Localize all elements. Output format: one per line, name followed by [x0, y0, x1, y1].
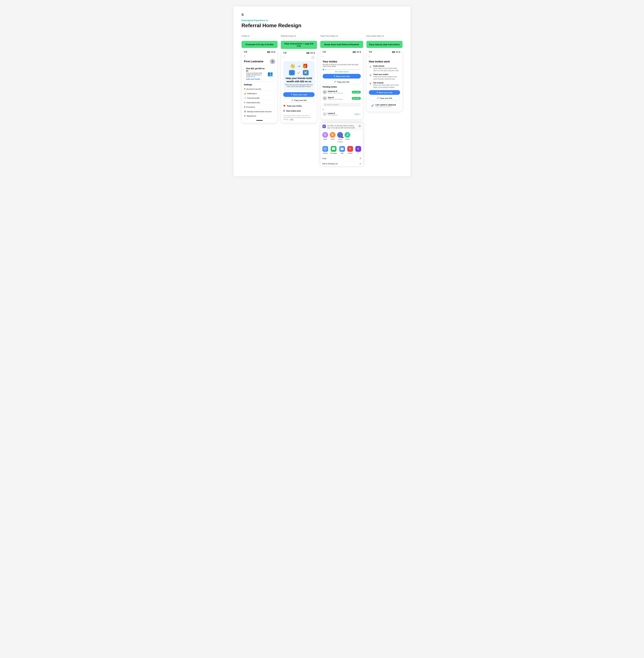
share-app-logo: A: [322, 124, 326, 128]
settings-item-promotions[interactable]: ◈Promotions ›: [244, 105, 275, 109]
contact-avatar-lorem: LA: [323, 112, 327, 116]
step-circle-1: 1: [369, 65, 372, 68]
column-profile: Profile v2 Promoted CTA top of Profile 3…: [242, 35, 278, 123]
share-avatar-emily: E: [330, 132, 336, 138]
step-2: 2 Track your invites Follow your friend'…: [369, 73, 400, 80]
copy-link-btn-track[interactable]: 🔗 Copy your link: [323, 79, 361, 84]
how-top-bar: ‹: [369, 55, 400, 58]
back-btn-how[interactable]: ‹: [369, 55, 370, 57]
reading-list-label: Add to Reading List: [322, 163, 338, 165]
search-bar[interactable]: 🔍 Search contacts: [323, 103, 361, 107]
close-btn-profile[interactable]: ×: [244, 55, 245, 57]
status-icons-referral: ▌▌▌WiFi▮: [307, 52, 315, 54]
pocket-icon: P: [347, 146, 353, 152]
share-code-btn-how[interactable]: ⬆ Share your code: [369, 90, 400, 95]
pending-header: Pending invites: [323, 86, 361, 88]
appearance-icon: 👁: [244, 115, 246, 117]
menu-how-referral[interactable]: ⓘ How invites work: [283, 108, 315, 114]
disclaimer-text: This Program Offer is subject to the Sta…: [283, 115, 310, 120]
share-close-btn[interactable]: ✕: [358, 124, 361, 127]
profile-name: First Lastname: [244, 60, 263, 63]
share-sheet-text: Get Stash, an app that makes investing e…: [326, 124, 358, 129]
chevron-icon-subscription: ›: [275, 101, 275, 103]
status-bar-profile: 3:20 ▌▌▌ WiFi ▮: [242, 50, 277, 53]
illus-check: ✅: [303, 70, 308, 75]
link-icon-how: 🔗: [377, 97, 379, 99]
col-label-track: Track Your Invites v2: [320, 35, 363, 38]
invite-name-1: Tyler R: [328, 97, 343, 98]
illustration-icons: 👋 → 🎁: [284, 64, 313, 69]
airdrop-icon: [322, 146, 328, 152]
back-btn-referral[interactable]: ‹: [283, 56, 284, 58]
link-icon-track: 🔗: [334, 81, 336, 83]
share-app-extra[interactable]: P P: [355, 146, 361, 154]
copy-link-label-referral: Copy your link: [294, 99, 306, 101]
progress-bar-row: [323, 69, 361, 70]
share-app-mail[interactable]: Mail: [339, 146, 345, 154]
toast-desc: Share with your friends!: [375, 106, 396, 108]
settings-item-notifications[interactable]: 🔔Notifications ›: [244, 91, 275, 96]
subtitle: Redesigned Experience v2: [242, 19, 402, 22]
time-track: 3:20: [323, 51, 326, 53]
share-code-label-referral: Share your code: [293, 94, 307, 96]
invite-avatar-1: TR: [323, 96, 327, 100]
copy-icon: ⎘: [360, 157, 361, 160]
share-action-copy[interactable]: Copy ⎘: [320, 156, 363, 161]
menu-track-label: Track your invites: [287, 105, 302, 107]
pocket-label: Pocket: [348, 152, 352, 154]
bank-icon: 🏦: [244, 111, 246, 113]
time-profile: 3:20: [244, 51, 247, 53]
settings-label-subscription: Subscription plan: [247, 101, 260, 103]
header: S Redesigned Experience v2 Referral Home…: [242, 13, 402, 28]
share-contact-group[interactable]: 👥 +2 Group 3 People: [337, 132, 343, 143]
contact-left-lorem: LA Lorem A (123) 55●●●●●: [323, 112, 338, 116]
share-app-pocket[interactable]: P Pocket: [347, 146, 353, 154]
back-btn-track[interactable]: ‹: [323, 55, 323, 57]
messages-label: Messages: [330, 152, 337, 154]
step-content-3: Get rewards When your friend adds cash t…: [373, 82, 400, 89]
contact-item-lorem[interactable]: LA Lorem A (123) 55●●●●● Joined ✓: [323, 111, 361, 117]
cta-card[interactable]: Give $20, get $20 on us Help your friend…: [244, 66, 275, 82]
settings-item-account[interactable]: ⚙Account & security ›: [244, 87, 275, 91]
invite-status-1: Invited • Send reminder: [328, 98, 343, 100]
share-name-emily: Emily: [331, 138, 335, 140]
referral-top-bar: ‹ ?: [283, 56, 315, 60]
help-btn-referral[interactable]: ?: [312, 56, 315, 59]
share-contact-emily[interactable]: E Emily: [330, 132, 336, 143]
share-copy-label: Copy: [322, 158, 326, 159]
invites-desc: Get $20 of stock for you and each invite…: [323, 64, 361, 67]
share-app-airdrop[interactable]: AirDrop: [322, 146, 328, 154]
earn-badge-1[interactable]: Earn $20: [352, 97, 361, 100]
step-title-1: Invite friends: [373, 65, 400, 67]
settings-item-subscription[interactable]: ◎Subscription plan ›: [244, 100, 275, 105]
share-name-group: Group: [338, 138, 342, 140]
copy-link-btn-referral[interactable]: 🔗 Copy your link: [283, 98, 315, 102]
copy-link-btn-how[interactable]: 🔗 Copy your link: [369, 96, 400, 100]
menu-track-referral[interactable]: 🎁 Track your invites: [283, 103, 315, 108]
disclaimer-link[interactable]: More: [290, 119, 293, 120]
status-bar-track: 3:20 ▌▌▌WiFi▮: [320, 50, 363, 53]
earn-badge-0[interactable]: Earn $20: [352, 91, 361, 94]
settings-item-appearance[interactable]: 👁Appearance ›: [244, 114, 275, 118]
share-code-btn-track[interactable]: ⬆ Share your code: [323, 74, 361, 78]
share-action-reading-list[interactable]: Add to Reading List ∞: [320, 161, 363, 166]
subscription-icon: ◎: [244, 101, 246, 103]
share-app-messages[interactable]: Messages: [330, 146, 337, 154]
step-content-1: Invite friends Send invites to your frie…: [373, 65, 400, 72]
menu-how-label: How invites work: [286, 110, 301, 112]
earnings-amount: $20: [335, 71, 338, 73]
extra-app-label-icon: P: [358, 148, 359, 150]
settings-item-financial[interactable]: 🕐Financial profile ›: [244, 96, 275, 100]
share-contact-sarah[interactable]: S Sarah: [322, 132, 328, 143]
settings-label-promotions: Promotions: [246, 106, 255, 108]
settings-item-bank[interactable]: 🏦Manage external bank account ›: [244, 109, 275, 114]
track-icon: 🎁: [283, 105, 285, 107]
step-desc-1: Send invites to your friends either here…: [373, 67, 400, 72]
step-circle-3: 3: [369, 82, 372, 85]
cta-link[interactable]: Invite your friends →: [246, 78, 266, 80]
cta-desc: Help your friends build wealth with $20 …: [246, 72, 266, 77]
share-icon-referral: ⬆: [291, 94, 292, 96]
share-contact-jordan[interactable]: J Jordan: [345, 132, 350, 143]
time-how: 3:20: [369, 51, 372, 53]
share-code-btn-referral[interactable]: ⬆ Share your code: [283, 92, 315, 97]
